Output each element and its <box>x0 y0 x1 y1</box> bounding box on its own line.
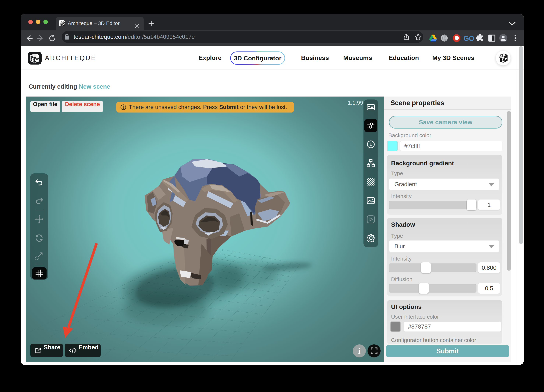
svg-text:1: 1 <box>370 142 372 147</box>
